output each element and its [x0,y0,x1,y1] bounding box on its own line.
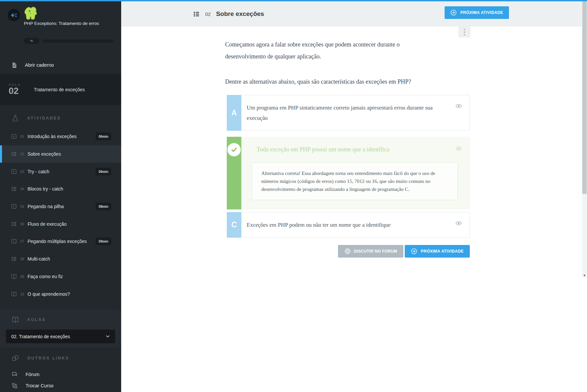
alternatives-list: A Um programa em PHP sintaticamente corr… [227,95,470,258]
open-book-icon [11,316,19,323]
sidebar-activity-item[interactable]: 01 Introdução às exceções 06min [0,128,121,145]
activity-item-number: 08 [20,257,28,261]
notebook-icon [11,62,18,68]
alternative-text: Um programa em PHP sintaticamente corret… [241,95,470,131]
course-title: PHP Exceptions: Tratamento de erros [24,20,102,27]
sidebar-activity-item[interactable]: 02 Sobre exceções [0,145,121,163]
activity-item-number: 09 [20,274,28,278]
other-links-header: OUTROS LINKS [0,353,121,363]
lessons-section: AULAS 02. Tratamento de exceções [0,310,121,348]
sidebar-activity-item[interactable]: 07 Pegando múltiplas exceções 09min [0,233,121,250]
book-icon [11,291,17,297]
video-icon [11,238,17,244]
activity-item-number: 05 [20,204,28,208]
sidebar-activity-item[interactable]: 10 O que aprendemos? [0,285,121,303]
eye-icon[interactable] [456,220,462,226]
activity-duration-badge: 06min [96,133,111,140]
discuss-forum-button[interactable]: DISCUTIR NO FORUM [338,245,403,258]
activity-item-label: Faça como eu fiz [28,274,63,279]
next-activity-button[interactable]: PRÓXIMA ATIVIDADE [445,6,509,19]
activity-item-number: 07 [20,239,28,243]
activity-item-number: 02 [20,152,28,156]
video-icon [11,133,17,139]
activity-item-number: 03 [20,170,28,174]
course-progress: % [24,38,113,44]
lessons-header-label: AULAS [27,317,46,322]
alternative-text: Exceções em PHP podem ou não ter um nome… [241,212,470,238]
lessons-section-header: AULAS [0,315,121,324]
collapse-arrow-icon [11,12,17,19]
open-notebook-button[interactable]: Abrir caderno [0,58,121,72]
course-sidebar: PHP Exceptions: Tratamento de erros % Ab… [0,1,121,392]
activity-item-label: O que aprendemos? [28,291,70,297]
answer-explanation-text: Alternativa correta! Essa abordagem torn… [261,169,447,193]
collapse-sidebar-button[interactable] [8,9,20,21]
activity-title: Sobre exceções [216,10,264,18]
list-icon [11,256,17,262]
other-links-header-label: OUTROS LINKS [27,356,69,360]
forum-label: Fórum [26,372,40,377]
list-icon [193,11,200,18]
other-links-section: OUTROS LINKS Fórum Trocar Curso [0,348,121,392]
activity-content: 02 Sobre exceções PRÓXIMA ATIVIDADE Come… [121,1,587,392]
activity-number: 02 [205,11,211,17]
activity-item-label: Fluxo de execução [28,221,67,227]
lesson-number: 02 [9,86,19,96]
alternative-option[interactable]: C Exceções em PHP podem ou não ter um no… [227,212,470,238]
activity-item-label: Pegando na pilha [28,204,64,209]
lifebuoy-icon [344,248,351,255]
chevron-down-icon [106,334,110,339]
list-icon [11,221,17,227]
alternative-option-correct[interactable]: Toda exceção em PHP possui um nome que a… [227,137,470,209]
sidebar-activity-item[interactable]: 08 Multi-catch [0,250,121,268]
progress-percent-badge: % [24,38,39,44]
arrow-circle-icon [411,248,417,255]
alternative-letter: A [227,95,241,131]
sidebar-item-forum[interactable]: Fórum [0,369,121,379]
alternative-letter: C [227,212,241,238]
activity-duration-badge: 06min [96,168,111,175]
eye-icon[interactable] [456,103,462,109]
links-icon [11,354,19,362]
activity-item-number: 10 [20,292,28,296]
activity-item-label: Try - catch [28,169,49,174]
next-activity-button-bottom[interactable]: PRÓXIMA ATIVIDADE [405,245,470,258]
current-lesson-banner: AULA 02 Tratamento de exceções [0,74,121,105]
next-activity-label: PRÓXIMA ATIVIDADE [460,10,503,15]
book-icon [11,274,17,279]
activity-item-label: Multi-catch [28,256,50,262]
sidebar-activity-item[interactable]: 09 Faça como eu fiz [0,268,121,285]
lesson-select-dropdown[interactable]: 02. Tratamento de exceções [6,330,115,343]
next-activity-label: PRÓXIMA ATIVIDADE [421,249,463,254]
activities-header-label: ATIVIDADES [27,116,61,120]
more-options-button[interactable] [459,27,470,38]
sidebar-item-change-course[interactable]: Trocar Curso [0,381,121,391]
scroll-down-arrow[interactable]: ▼ [582,274,587,277]
alternative-option[interactable]: A Um programa em PHP sintaticamente corr… [227,95,470,131]
sidebar-activity-item[interactable]: 04 Blocos try - catch [0,180,121,198]
sidebar-activity-item[interactable]: 06 Fluxo de execução [0,215,121,233]
activity-duration-badge: 09min [96,238,111,245]
lesson-title: Tratamento de exceções [34,87,85,92]
activity-item-number: 01 [20,134,28,138]
activity-header: 02 Sobre exceções PRÓXIMA ATIVIDADE [121,1,587,27]
activities-section-header: ATIVIDADES [0,114,121,123]
sidebar-activity-item[interactable]: 05 Pegando na pilha 08min [0,198,121,215]
question-paragraph: Dentre as alternativas abaixo, quais são… [225,76,418,88]
sidebar-activity-item[interactable]: 03 Try - catch 06min [0,163,121,180]
discuss-forum-label: DISCUTIR NO FORUM [354,249,397,254]
scrollbar-thumb[interactable] [582,1,587,194]
grid-icon [11,383,18,389]
activity-title-group: 02 Sobre exceções [193,1,264,27]
alternative-text: Toda exceção em PHP possui um nome que a… [241,144,470,153]
php-elephant-logo [23,6,38,21]
activity-item-number: 06 [20,222,28,226]
activity-list: 01 Introdução às exceções 06min 02 Sobre… [0,128,121,303]
question-actions: DISCUTIR NO FORUM PRÓXIMA ATIVIDADE [227,245,470,258]
activity-duration-badge: 08min [96,203,111,210]
eye-icon[interactable] [456,145,462,152]
progress-bar [42,39,113,42]
check-icon [227,143,241,156]
vertical-scrollbar[interactable]: ▼ [582,1,587,277]
arrow-circle-icon [450,9,457,16]
